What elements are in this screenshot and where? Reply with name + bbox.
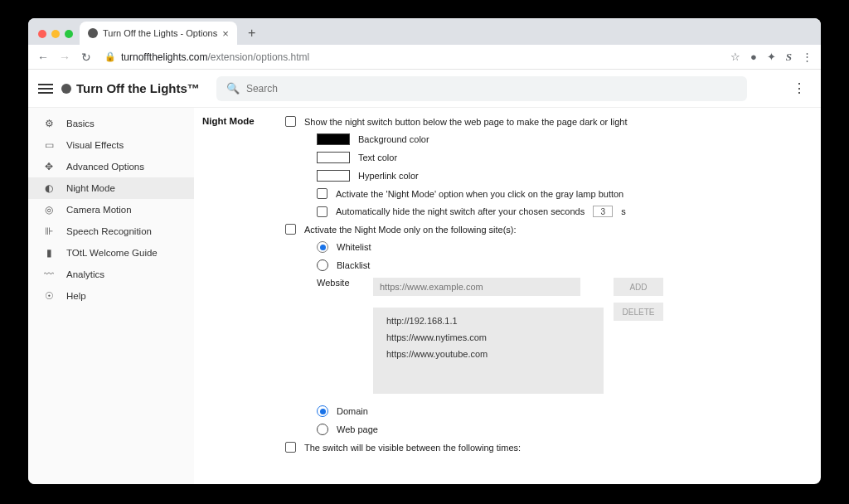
website-list[interactable]: http://192.168.1.1https://www.nytimes.co… bbox=[373, 308, 604, 394]
domain-radio[interactable] bbox=[317, 405, 328, 417]
toolbar-icons: ☆ ● ✦ S ⋮ bbox=[730, 51, 813, 64]
bulb-icon bbox=[61, 84, 71, 94]
close-tab-button[interactable]: × bbox=[222, 27, 229, 40]
bg-color-row: Background color bbox=[317, 133, 808, 145]
brand-title: Turn Off the Lights™ bbox=[76, 81, 200, 95]
sidebar-icon: ⚙ bbox=[43, 118, 55, 129]
extensions-icon[interactable]: ✦ bbox=[767, 51, 776, 63]
webpage-radio[interactable] bbox=[317, 424, 328, 435]
search-input[interactable] bbox=[246, 83, 737, 94]
link-color-row: Hyperlink color bbox=[317, 170, 808, 182]
show-switch-checkbox[interactable] bbox=[285, 116, 296, 127]
sidebar-icon: ✥ bbox=[43, 161, 55, 172]
sidebar: ⚙Basics▭Visual Effects✥Advanced Options◐… bbox=[28, 108, 194, 484]
browser-menu-button[interactable]: ⋮ bbox=[802, 51, 813, 63]
url-field[interactable]: 🔒 turnoffthelights.com/extension/options… bbox=[101, 51, 722, 63]
link-color-swatch[interactable] bbox=[317, 170, 350, 182]
address-bar: ← → ↻ 🔒 turnoffthelights.com/extension/o… bbox=[28, 45, 821, 70]
extension-bulb-icon[interactable]: ● bbox=[750, 51, 757, 63]
sidebar-icon: ◐ bbox=[43, 182, 55, 194]
main-panel: Night Mode Show the night switch button … bbox=[194, 108, 821, 484]
autohide-checkbox[interactable] bbox=[317, 206, 327, 217]
website-input[interactable] bbox=[373, 278, 580, 296]
whitelist-row: Whitelist bbox=[317, 241, 808, 253]
sidebar-item-speech-recognition[interactable]: ⊪Speech Recognition bbox=[28, 220, 194, 242]
whitelist-label: Whitelist bbox=[337, 242, 371, 252]
opt-show-switch-row: Show the night switch button below the w… bbox=[285, 116, 808, 127]
site-list-item[interactable]: https://www.nytimes.com bbox=[386, 332, 590, 342]
times-label: The switch will be visible between the f… bbox=[304, 443, 521, 453]
sidebar-item-advanced-options[interactable]: ✥Advanced Options bbox=[28, 156, 194, 177]
content-area: ⚙Basics▭Visual Effects✥Advanced Options◐… bbox=[28, 108, 821, 484]
sidebar-icon: ▭ bbox=[43, 139, 55, 151]
bg-color-swatch[interactable] bbox=[317, 133, 350, 145]
sidebar-icon: ▮ bbox=[43, 247, 55, 259]
times-row: The switch will be visible between the f… bbox=[285, 442, 808, 453]
extension-s-icon[interactable]: S bbox=[786, 51, 792, 64]
only-sites-checkbox[interactable] bbox=[285, 224, 296, 235]
maximize-window-button[interactable] bbox=[65, 30, 73, 38]
back-button[interactable]: ← bbox=[36, 51, 50, 64]
bg-color-label: Background color bbox=[358, 134, 429, 144]
sidebar-label: TOtL Welcome Guide bbox=[66, 248, 158, 258]
gray-lamp-row: Activate the 'Night Mode' option when yo… bbox=[317, 188, 808, 199]
minimize-window-button[interactable] bbox=[51, 30, 60, 38]
url-path: /extension/options.html bbox=[208, 51, 310, 63]
brand: Turn Off the Lights™ bbox=[61, 81, 200, 95]
times-checkbox[interactable] bbox=[285, 442, 296, 453]
tab-title: Turn Off the Lights - Options bbox=[103, 28, 217, 38]
text-color-row: Text color bbox=[317, 152, 808, 163]
sidebar-label: Night Mode bbox=[66, 183, 115, 193]
sidebar-item-basics[interactable]: ⚙Basics bbox=[28, 113, 194, 134]
reload-button[interactable]: ↻ bbox=[80, 51, 93, 64]
domain-row: Domain bbox=[317, 405, 808, 417]
webpage-row: Web page bbox=[317, 424, 808, 435]
section-title: Night Mode bbox=[202, 116, 255, 126]
forward-button[interactable]: → bbox=[58, 51, 71, 64]
url-domain: turnoffthelights.com bbox=[121, 51, 208, 63]
close-window-button[interactable] bbox=[38, 30, 46, 38]
sidebar-item-totl-welcome-guide[interactable]: ▮TOtL Welcome Guide bbox=[28, 242, 194, 264]
search-box[interactable]: 🔍 bbox=[216, 76, 747, 101]
site-list-item[interactable]: http://192.168.1.1 bbox=[386, 316, 590, 326]
sidebar-icon: ⊪ bbox=[43, 225, 55, 237]
sidebar-icon: ☉ bbox=[43, 290, 55, 302]
delete-button[interactable]: DELETE bbox=[614, 303, 663, 321]
autohide-seconds-input[interactable] bbox=[593, 206, 613, 217]
sidebar-icon: ◎ bbox=[43, 204, 55, 216]
app-menu-button[interactable]: ⋮ bbox=[788, 80, 811, 96]
new-tab-button[interactable]: + bbox=[242, 23, 262, 43]
sidebar-item-night-mode[interactable]: ◐Night Mode bbox=[28, 177, 194, 199]
sidebar-label: Visual Effects bbox=[66, 140, 124, 150]
search-icon: 🔍 bbox=[226, 82, 240, 94]
bookmark-icon[interactable]: ☆ bbox=[730, 51, 740, 63]
sidebar-label: Analytics bbox=[66, 269, 104, 279]
text-color-swatch[interactable] bbox=[317, 152, 350, 163]
menu-button[interactable] bbox=[38, 84, 53, 94]
sidebar-label: Advanced Options bbox=[66, 162, 144, 172]
gray-lamp-checkbox[interactable] bbox=[317, 188, 327, 199]
sidebar-item-analytics[interactable]: 〰Analytics bbox=[28, 264, 194, 285]
sidebar-icon: 〰 bbox=[43, 269, 55, 280]
browser-tab[interactable]: Turn Off the Lights - Options × bbox=[80, 22, 237, 45]
link-color-label: Hyperlink color bbox=[358, 171, 419, 181]
sidebar-item-visual-effects[interactable]: ▭Visual Effects bbox=[28, 134, 194, 156]
text-color-label: Text color bbox=[358, 153, 397, 162]
whitelist-radio[interactable] bbox=[317, 241, 328, 253]
autohide-label: Automatically hide the night switch afte… bbox=[336, 206, 585, 216]
website-label: Website bbox=[317, 278, 363, 288]
browser-window: Turn Off the Lights - Options × + ← → ↻ … bbox=[28, 18, 821, 484]
autohide-suffix: s bbox=[621, 206, 626, 216]
site-list-item[interactable]: https://www.youtube.com bbox=[386, 349, 590, 359]
sidebar-item-help[interactable]: ☉Help bbox=[28, 285, 194, 307]
blacklist-label: Blacklist bbox=[337, 260, 370, 270]
lock-icon: 🔒 bbox=[104, 51, 116, 62]
tab-strip: Turn Off the Lights - Options × + bbox=[28, 18, 821, 45]
add-button[interactable]: ADD bbox=[614, 278, 663, 296]
blacklist-radio[interactable] bbox=[317, 259, 328, 271]
gray-lamp-label: Activate the 'Night Mode' option when yo… bbox=[336, 189, 623, 199]
sidebar-item-camera-motion[interactable]: ◎Camera Motion bbox=[28, 199, 194, 220]
sidebar-label: Basics bbox=[66, 119, 95, 128]
sidebar-label: Help bbox=[66, 291, 86, 301]
website-input-row: Website http://192.168.1.1https://www.ny… bbox=[285, 278, 808, 394]
